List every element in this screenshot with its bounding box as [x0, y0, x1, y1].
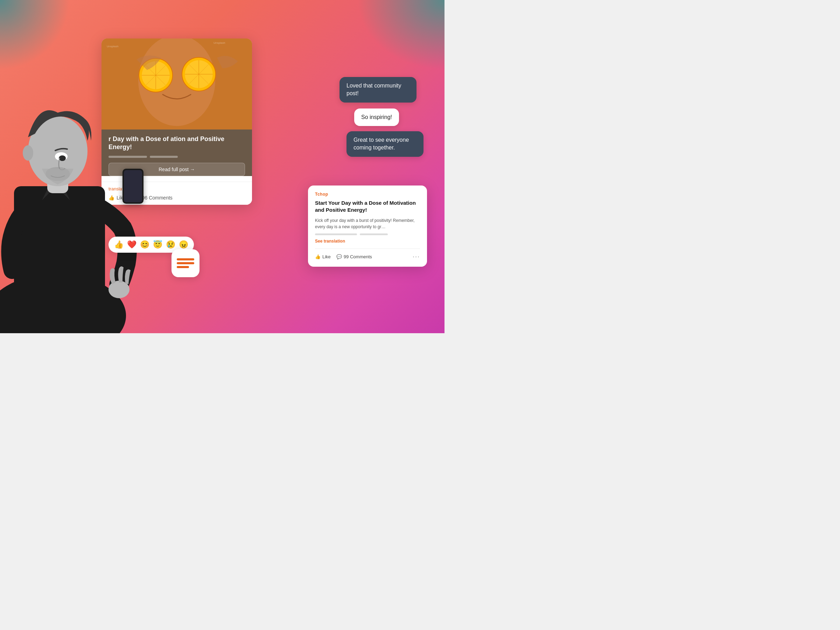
app-icon-line-2 [177, 262, 194, 264]
reaction-sad[interactable]: 😢 [166, 240, 175, 249]
secondary-comments-label: 99 Comments [344, 254, 372, 259]
secondary-post-desc: Kick off your day with a burst of positi… [315, 217, 420, 230]
reaction-angry[interactable]: 😠 [179, 240, 188, 249]
svg-point-4 [23, 145, 33, 161]
chat-bubble-loved: Loved that community post! [339, 77, 417, 103]
card-line-2 [150, 156, 178, 158]
reaction-smile[interactable]: 😊 [140, 240, 150, 249]
svg-text:Unsplash: Unsplash [213, 41, 225, 44]
app-icon[interactable] [172, 249, 199, 277]
reaction-halo[interactable]: 😇 [153, 240, 163, 249]
chat-bubble-inspiring-text: So inspiring! [361, 114, 392, 120]
sec-line-1 [315, 234, 357, 235]
sec-line-2 [360, 234, 388, 235]
see-translation-link[interactable]: See translation [315, 239, 420, 243]
phone-screen [124, 170, 142, 202]
secondary-comments-button[interactable]: 💬 99 Comments [336, 254, 372, 259]
secondary-like-icon: 👍 [315, 254, 321, 259]
reaction-thumbsup[interactable]: 👍 [114, 240, 123, 249]
chat-bubble-together-text: Great to see everyone coming together. [354, 137, 409, 150]
secondary-brand: Tchop [315, 192, 420, 197]
read-full-post-label: Read full post → [159, 167, 195, 172]
app-icon-line-3 [177, 266, 189, 268]
reaction-heart[interactable]: ❤️ [127, 240, 136, 249]
more-options-button[interactable]: ··· [413, 253, 420, 261]
corner-decoration-tr [357, 0, 445, 70]
secondary-post-footer: 👍 Like 💬 99 Comments ··· [315, 248, 420, 261]
secondary-like-button[interactable]: 👍 Like [315, 254, 331, 259]
secondary-comments-icon: 💬 [336, 254, 342, 259]
phone-device [123, 169, 144, 204]
secondary-post-title: Start Your Day with a Dose of Motivation… [315, 199, 420, 214]
app-icon-line-1 [177, 258, 194, 261]
chat-bubble-together: Great to see everyone coming together. [346, 131, 423, 157]
secondary-post-card: Tchop Start Your Day with a Dose of Moti… [308, 185, 427, 267]
chat-bubble-loved-text: Loved that community post! [346, 83, 401, 96]
chat-bubble-inspiring: So inspiring! [354, 109, 399, 126]
phone-hand [112, 169, 154, 239]
secondary-post-lines [315, 234, 420, 235]
secondary-like-label: Like [322, 254, 331, 259]
